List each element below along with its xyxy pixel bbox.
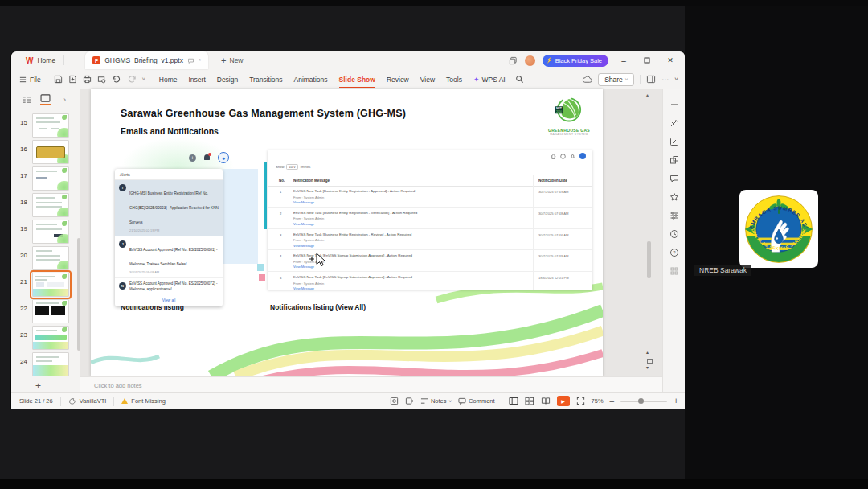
restore-button[interactable] bbox=[639, 57, 655, 64]
collapse-panel-icon[interactable]: › bbox=[63, 96, 66, 104]
menu-tools[interactable]: Tools bbox=[440, 76, 468, 84]
collapse-ribbon-icon[interactable]: ˅ bbox=[674, 76, 678, 83]
thumbnail-row-20[interactable]: 20 bbox=[11, 245, 80, 272]
collapse-pane-icon[interactable] bbox=[669, 100, 679, 109]
comment-button[interactable]: Comment bbox=[458, 397, 495, 405]
zoom-out-button[interactable]: – bbox=[610, 397, 615, 405]
slide-thumbnail[interactable] bbox=[32, 166, 69, 191]
thumbnail-row-23[interactable]: 23 bbox=[11, 325, 80, 351]
slide-thumbnail[interactable] bbox=[32, 352, 69, 376]
meeting-screen: W Home P GHGMS_Briefing_v1.pptx * + New … bbox=[0, 0, 868, 489]
menu-slide-show[interactable]: Slide Show bbox=[334, 76, 381, 84]
slideshow-play-button[interactable]: ▶ bbox=[557, 396, 570, 406]
slide-thumbnail[interactable] bbox=[32, 246, 69, 270]
play-from-current-icon[interactable] bbox=[405, 397, 414, 405]
slide-sorter-icon[interactable] bbox=[525, 397, 534, 405]
notes-area[interactable]: Click to add notes bbox=[80, 376, 662, 393]
tab-document[interactable]: P GHGMS_Briefing_v1.pptx * bbox=[85, 51, 208, 69]
minimize-button[interactable]: – bbox=[616, 56, 632, 65]
scroll-up-icon[interactable]: ▴ bbox=[646, 92, 649, 97]
close-button[interactable]: ✕ bbox=[662, 56, 678, 64]
presenter-view-icon[interactable] bbox=[390, 397, 399, 405]
comment-pane-icon[interactable] bbox=[669, 174, 679, 183]
favorites-star-icon[interactable] bbox=[669, 192, 679, 202]
participant-logo-card: LEMBAGA SUMBER ASLI DAN ALAM SEKITAR SAR… bbox=[739, 190, 818, 268]
slide-thumbnail[interactable] bbox=[32, 299, 69, 323]
thumbnail-row-24[interactable]: 24 bbox=[11, 351, 80, 378]
font-missing-label: Font Missing bbox=[131, 397, 166, 405]
design-wand-icon[interactable] bbox=[669, 137, 679, 146]
menu-animations[interactable]: Animations bbox=[288, 76, 333, 84]
menu-transitions[interactable]: Transitions bbox=[244, 76, 288, 84]
slide-view-icon[interactable] bbox=[40, 94, 51, 105]
apps-grid-icon[interactable] bbox=[669, 266, 679, 276]
export-icon[interactable] bbox=[68, 75, 77, 84]
history-clock-icon[interactable] bbox=[669, 229, 679, 239]
help-circle-icon[interactable]: ? bbox=[669, 248, 679, 257]
thumbnail-row-17[interactable]: 17 bbox=[11, 166, 80, 192]
normal-view-icon[interactable] bbox=[509, 397, 518, 405]
thumbnail-row-18[interactable]: 18 bbox=[11, 192, 80, 219]
menu-home[interactable]: Home bbox=[154, 76, 183, 84]
slide-thumbnail-selected[interactable] bbox=[32, 273, 69, 297]
previous-slide-icon[interactable]: ▴ bbox=[646, 349, 649, 355]
participant-video-tile[interactable]: LEMBAGA SUMBER ASLI DAN ALAM SEKITAR SAR… bbox=[685, 6, 868, 479]
next-slide-icon[interactable]: ▾ bbox=[646, 364, 649, 370]
menu-review[interactable]: Review bbox=[381, 76, 415, 84]
notes-toggle[interactable]: Notes ˅ bbox=[420, 397, 452, 405]
tab-home[interactable]: W Home bbox=[18, 51, 63, 69]
outline-view-icon[interactable] bbox=[23, 96, 32, 104]
new-tab-button[interactable]: + New bbox=[221, 55, 243, 65]
tools-icon[interactable] bbox=[669, 118, 679, 128]
save-icon[interactable] bbox=[54, 75, 63, 84]
add-slide-button[interactable]: + bbox=[35, 380, 41, 392]
qat-chevron-icon[interactable]: ˅ bbox=[142, 76, 145, 82]
theme-indicator[interactable]: VanillaVTI bbox=[68, 397, 107, 405]
cloud-sync-icon[interactable] bbox=[582, 76, 592, 84]
font-missing-warning[interactable]: Font Missing bbox=[121, 397, 166, 405]
thumbnail-row-15[interactable]: 15 bbox=[11, 113, 80, 139]
search-icon[interactable] bbox=[515, 75, 524, 84]
col-no: No. bbox=[279, 179, 285, 183]
menubar-right-cluster: Share ˅ ⋯ ˅ bbox=[582, 73, 678, 86]
menu-file[interactable]: File bbox=[27, 76, 47, 84]
slide-thumbnail[interactable] bbox=[32, 193, 69, 217]
print-preview-icon[interactable] bbox=[97, 75, 106, 84]
slide-nav-icon[interactable] bbox=[647, 359, 653, 364]
hamburger-icon[interactable] bbox=[19, 76, 27, 83]
slide-thumbnail[interactable] bbox=[32, 140, 69, 164]
menu-insert[interactable]: Insert bbox=[182, 76, 211, 84]
slide-21-canvas[interactable]: Sarawak Greenhouse Gas Management System… bbox=[91, 89, 603, 376]
fit-to-window-icon[interactable] bbox=[576, 397, 585, 405]
print-icon[interactable] bbox=[83, 75, 92, 84]
menu-design[interactable]: Design bbox=[211, 76, 244, 84]
reading-view-icon[interactable] bbox=[541, 397, 551, 405]
settings-sliders-icon[interactable] bbox=[669, 211, 679, 220]
slide-subtitle: Emails and Notifications bbox=[121, 126, 219, 136]
zoom-slider[interactable] bbox=[620, 401, 667, 402]
more-options-icon[interactable]: ⋯ bbox=[661, 76, 669, 84]
menu-view[interactable]: View bbox=[415, 76, 440, 84]
thumbnail-row-16[interactable]: 16 bbox=[11, 139, 80, 166]
slide-thumbnail[interactable] bbox=[32, 220, 69, 244]
window-stack-icon[interactable] bbox=[509, 56, 518, 65]
black-friday-sale-button[interactable]: ⚡ Black Friday Sale bbox=[542, 55, 608, 67]
share-button[interactable]: Share ˅ bbox=[598, 73, 634, 86]
divider bbox=[640, 75, 641, 84]
task-pane-icon[interactable] bbox=[646, 75, 656, 84]
thumbnail-row-19[interactable]: 19 bbox=[11, 219, 80, 245]
zoom-in-button[interactable]: + bbox=[674, 397, 678, 405]
zoom-slider-knob[interactable] bbox=[638, 398, 644, 404]
undo-icon[interactable] bbox=[112, 75, 121, 84]
slide-thumbnail[interactable] bbox=[32, 113, 69, 138]
zoom-level[interactable]: 75% bbox=[592, 397, 604, 405]
menu-wps-ai[interactable]: ✦ WPS AI bbox=[468, 76, 511, 84]
slide-thumbnail[interactable] bbox=[32, 326, 69, 350]
account-avatar[interactable] bbox=[525, 55, 535, 66]
shapes-icon[interactable] bbox=[669, 155, 679, 165]
table-row: 3EnVISS New Task [Business Entity Regist… bbox=[268, 229, 592, 251]
redo-icon[interactable] bbox=[127, 75, 137, 84]
thumbnail-row-22[interactable]: 22 bbox=[11, 298, 80, 325]
thumbnail-row-21-selected[interactable]: 21 bbox=[11, 272, 80, 298]
canvas-scrollbar[interactable] bbox=[647, 241, 651, 278]
